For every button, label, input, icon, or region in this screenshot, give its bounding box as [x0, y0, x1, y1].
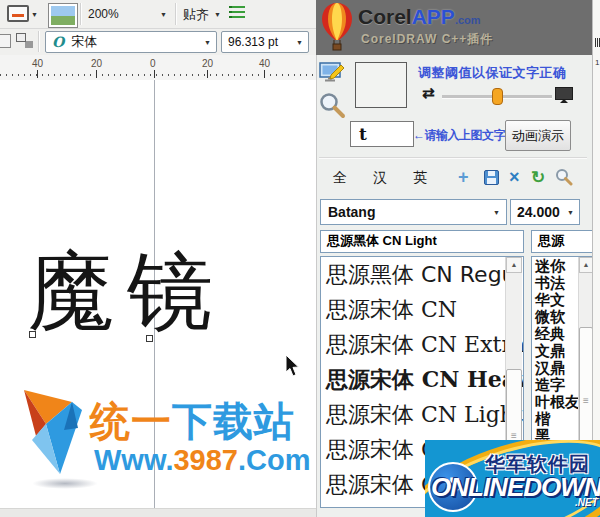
- chevron-down-icon[interactable]: ▼: [31, 11, 38, 18]
- glyph-text-input[interactable]: t: [350, 121, 414, 147]
- add-icon[interactable]: +: [458, 167, 469, 188]
- logo-app: APP: [412, 5, 455, 28]
- artistic-text-object[interactable]: 魔 镜: [28, 248, 213, 334]
- text-node-handle[interactable]: [146, 335, 153, 342]
- hot-air-balloon-icon: [320, 2, 354, 53]
- chevron-down-icon[interactable]: ▼: [204, 39, 211, 46]
- font-family-combo[interactable]: O 宋体 ▼: [45, 31, 217, 53]
- list-size-value: 24.000: [517, 204, 560, 220]
- scroll-up-icon[interactable]: ▲: [579, 257, 593, 273]
- align-lines-icon[interactable]: [232, 3, 245, 21]
- foundry-filter-field[interactable]: 思源: [531, 230, 593, 253]
- ruler-major-tick: [37, 70, 38, 78]
- toolbar-separator: [175, 3, 177, 25]
- clipped-icon[interactable]: [0, 34, 11, 48]
- zoom-dropdown-arrow[interactable]: ▼: [160, 11, 167, 18]
- font-list-item[interactable]: 思源宋体 CN Extra: [321, 327, 523, 362]
- font-list-item[interactable]: 思源宋体 CN: [321, 292, 523, 327]
- url-prefix: Www.: [94, 444, 173, 476]
- ruler-label: 40: [259, 58, 270, 69]
- screen-capture-icon[interactable]: [319, 62, 345, 84]
- corelapp-font-plugin-window: ▼ 200% ▼ 贴齐 ▼ O 宋体 ▼ 96.313 pt ▼ 40 20 0…: [0, 0, 600, 517]
- toolbar-top: ▼ 200% ▼ 贴齐 ▼: [0, 0, 316, 29]
- logo-com: .com: [455, 14, 481, 26]
- panel-divider: [319, 157, 587, 159]
- ruler-major-tick: [154, 70, 155, 78]
- magnifier-icon[interactable]: [318, 91, 346, 119]
- font-family-value: 宋体: [71, 33, 97, 51]
- glyph-preview-box: [355, 62, 407, 108]
- zoom-level-value[interactable]: 200%: [88, 7, 119, 21]
- ruler-major-tick: [96, 70, 97, 78]
- list-font-combo[interactable]: Batang ▼: [320, 199, 507, 225]
- threshold-slider-handle[interactable]: [492, 88, 503, 105]
- threshold-hint: 调整阈值以保证文字正确: [418, 64, 567, 82]
- order-objects-icon[interactable]: [16, 33, 26, 42]
- toolbar-separator: [80, 3, 82, 25]
- max-size-icon[interactable]: [555, 87, 573, 100]
- url-number: 3987: [173, 444, 238, 476]
- ruler-label: 0: [150, 58, 156, 69]
- ruler-label: 20: [91, 58, 102, 69]
- ruler-major-tick: [207, 70, 208, 78]
- swap-icon[interactable]: ⇄: [422, 84, 435, 102]
- chevron-down-icon[interactable]: ▼: [296, 39, 303, 46]
- close-icon[interactable]: ×: [509, 167, 520, 188]
- onlinedown-tld: .NET: [575, 497, 598, 508]
- mouse-cursor: [285, 355, 301, 377]
- canvas-bottom-edge: [0, 508, 316, 517]
- opentype-symbol: O: [52, 34, 64, 50]
- tab-chinese[interactable]: 汉: [373, 169, 387, 187]
- animate-demo-button[interactable]: 动画演示: [505, 120, 571, 151]
- save-icon[interactable]: [484, 170, 499, 185]
- scroll-up-icon[interactable]: ▲: [506, 257, 522, 273]
- selected-font-field[interactable]: 思源黑体 CN Light: [320, 230, 524, 253]
- snap-dropdown-arrow[interactable]: ▼: [214, 11, 221, 18]
- watermark-onlinedown: ⬇ 华军软件园 ONLINEDOWN .NET: [425, 440, 600, 517]
- logo-subtitle: CorelDRAW C++插件: [361, 31, 493, 48]
- ruler-ticks: [0, 74, 316, 76]
- site-name-orange: 统一: [90, 399, 172, 443]
- watermark-3987: 统一下载站 Www.3987.Com: [16, 388, 292, 500]
- refresh-icon[interactable]: ↻: [531, 167, 545, 188]
- input-hint: ←请输入上图文字: [413, 127, 505, 144]
- horizontal-ruler[interactable]: 40 20 0 20 40: [0, 55, 316, 81]
- font-list-item[interactable]: 思源宋体 CN Heav: [321, 362, 523, 397]
- site-name: 统一下载站: [90, 394, 295, 449]
- font-size-combo[interactable]: 96.313 pt ▼: [221, 31, 309, 53]
- image-icon[interactable]: [48, 3, 78, 28]
- chevron-down-icon[interactable]: ▼: [493, 209, 500, 216]
- ruler-major-tick: [264, 70, 265, 78]
- site-name-blue: 下载站: [172, 399, 295, 443]
- tab-all[interactable]: 全: [333, 169, 347, 187]
- presentation-icon[interactable]: [7, 5, 29, 22]
- font-size-value: 96.313 pt: [228, 35, 278, 49]
- tab-english[interactable]: 英: [413, 169, 427, 187]
- 3987-logo-icon: [16, 388, 96, 484]
- font-list-item[interactable]: 思源宋体 CN Light: [321, 397, 523, 432]
- text-node-handle[interactable]: [29, 331, 36, 338]
- logo-shadow: [32, 478, 98, 489]
- font-list-item[interactable]: 思源黑体 CN Regu: [321, 257, 523, 292]
- panel-header: CorelAPP.com CorelDRAW C++插件: [316, 0, 592, 55]
- snap-button[interactable]: 贴齐: [183, 6, 209, 24]
- background-ruler-label: 1: [595, 58, 599, 67]
- chevron-down-icon[interactable]: ▼: [567, 209, 574, 216]
- url-suffix: .Com: [238, 444, 311, 476]
- search-icon[interactable]: [555, 168, 573, 186]
- site-url: Www.3987.Com: [94, 444, 310, 477]
- toolbar-separator: [38, 31, 40, 52]
- logo-corel: Corel: [358, 5, 412, 28]
- ruler-label: 20: [202, 58, 213, 69]
- toolbar-text-properties: O 宋体 ▼ 96.313 pt ▼: [0, 29, 316, 56]
- ruler-label: 40: [32, 58, 43, 69]
- corelapp-logo: CorelAPP.com: [358, 5, 481, 29]
- list-size-combo[interactable]: 24.000 ▼: [510, 199, 580, 225]
- list-font-value: Batang: [328, 204, 375, 220]
